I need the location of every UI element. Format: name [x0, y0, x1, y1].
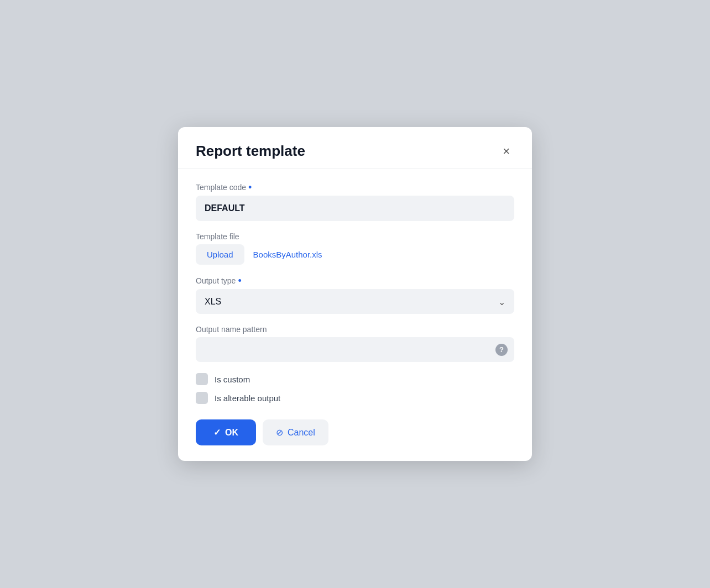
is-alterable-output-row: Is alterable output [196, 392, 514, 404]
output-type-select-wrapper: XLS PDF CSV DOCX ⌄ [196, 289, 514, 314]
output-name-pattern-field: Output name pattern ? [196, 325, 514, 362]
close-button[interactable]: × [498, 143, 514, 160]
ok-label: OK [225, 428, 238, 438]
help-icon[interactable]: ? [495, 344, 508, 356]
check-icon: ✓ [213, 427, 221, 438]
template-code-label: Template code • [196, 182, 514, 192]
checkbox-group: Is custom Is alterable output [196, 373, 514, 404]
dialog-title: Report template [196, 143, 305, 160]
output-name-pattern-label: Output name pattern [196, 325, 514, 334]
template-code-required: • [248, 182, 252, 192]
output-type-label: Output type • [196, 276, 514, 286]
is-custom-label: Is custom [215, 375, 250, 384]
template-code-field: Template code • [196, 182, 514, 221]
file-name-link[interactable]: BooksByAuthor.xls [253, 250, 322, 259]
template-file-field: Template file Upload BooksByAuthor.xls [196, 232, 514, 265]
ok-button[interactable]: ✓ OK [196, 419, 256, 445]
upload-button[interactable]: Upload [196, 244, 244, 265]
template-file-label: Template file [196, 232, 514, 241]
cancel-button[interactable]: ⊘ Cancel [263, 419, 328, 445]
report-template-dialog: Report template × Template code • Templa… [178, 127, 532, 461]
dialog-footer: ✓ OK ⊘ Cancel [178, 419, 532, 461]
output-name-pattern-input[interactable] [196, 337, 514, 362]
cancel-label: Cancel [288, 428, 315, 438]
output-type-field: Output type • XLS PDF CSV DOCX ⌄ [196, 276, 514, 314]
cancel-circle-icon: ⊘ [276, 427, 283, 438]
output-type-select[interactable]: XLS PDF CSV DOCX [196, 289, 514, 314]
output-name-wrapper: ? [196, 337, 514, 362]
is-alterable-output-checkbox[interactable] [196, 392, 208, 404]
dialog-header: Report template × [178, 127, 532, 169]
is-custom-row: Is custom [196, 373, 514, 385]
is-alterable-output-label: Is alterable output [215, 393, 280, 403]
output-type-required: • [238, 276, 241, 286]
dialog-body: Template code • Template file Upload Boo… [178, 169, 532, 419]
template-code-input[interactable] [196, 196, 514, 221]
is-custom-checkbox[interactable] [196, 373, 208, 385]
template-file-row: Upload BooksByAuthor.xls [196, 244, 514, 265]
